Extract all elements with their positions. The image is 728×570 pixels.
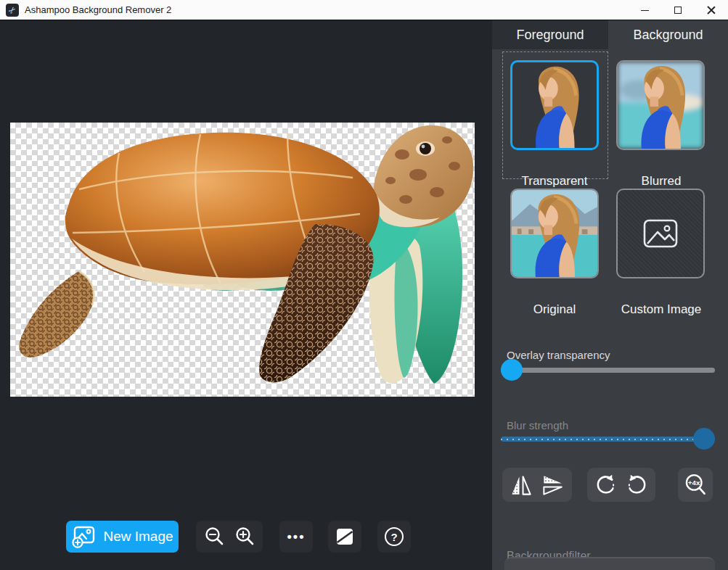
new-image-label: New Image bbox=[103, 529, 173, 545]
zoom-in-icon[interactable] bbox=[234, 526, 255, 547]
blurred-thumb-image bbox=[618, 62, 703, 149]
blur-slider-thumb[interactable] bbox=[693, 428, 715, 450]
new-image-button[interactable]: New Image bbox=[66, 521, 179, 553]
more-icon: ••• bbox=[287, 529, 306, 545]
maximize-icon bbox=[674, 7, 682, 14]
app-window: ✂ Ashampoo Background Remover 2 bbox=[0, 0, 728, 570]
image-canvas[interactable] bbox=[10, 123, 475, 397]
maximize-button[interactable] bbox=[661, 0, 695, 20]
overlay-slider-track[interactable] bbox=[501, 368, 715, 373]
canvas-area: New Image ••• ? bbox=[0, 20, 492, 570]
rotate-button-group bbox=[587, 468, 655, 502]
sidebar: Foreground Background Transparent bbox=[492, 20, 728, 570]
option-original-label: Original bbox=[502, 302, 608, 317]
more-options-button[interactable]: ••• bbox=[279, 521, 313, 553]
minimize-icon bbox=[641, 10, 649, 11]
option-blurred[interactable] bbox=[616, 60, 705, 150]
new-image-icon bbox=[71, 525, 96, 548]
minimize-button[interactable] bbox=[628, 0, 661, 20]
tabbar: Foreground Background bbox=[492, 20, 728, 49]
window-title: Ashampoo Background Remover 2 bbox=[25, 4, 171, 15]
blur-slider-track[interactable] bbox=[501, 437, 715, 442]
flip-vertical-icon[interactable] bbox=[541, 473, 565, 497]
compare-icon bbox=[335, 526, 355, 547]
scissors-icon: ✂ bbox=[6, 4, 19, 17]
image-placeholder-icon bbox=[643, 219, 678, 248]
tab-background[interactable]: Background bbox=[608, 20, 728, 49]
option-blurred-label: Blurred bbox=[608, 173, 714, 189]
option-custom-image[interactable] bbox=[616, 189, 705, 278]
blur-strength-slider[interactable] bbox=[501, 428, 715, 450]
option-custom-label: Custom Image bbox=[608, 302, 714, 317]
close-icon bbox=[707, 6, 716, 15]
flip-button-group bbox=[502, 468, 572, 502]
zoom-button-group bbox=[196, 521, 263, 553]
backgroundfilter-dropdown[interactable] bbox=[504, 557, 715, 570]
turtle-image bbox=[10, 123, 475, 397]
flip-horizontal-icon[interactable] bbox=[510, 473, 533, 497]
compare-button[interactable] bbox=[328, 521, 361, 553]
help-icon: ? bbox=[385, 527, 404, 546]
rotate-right-icon[interactable] bbox=[626, 473, 649, 497]
option-transparent[interactable] bbox=[510, 60, 599, 150]
option-transparent-label: Transparent bbox=[502, 173, 608, 189]
original-thumb-image bbox=[512, 190, 597, 277]
help-button[interactable]: ? bbox=[377, 521, 411, 553]
rotate-left-icon[interactable] bbox=[594, 473, 617, 497]
zoom-4x-label: +4x bbox=[688, 479, 700, 487]
overlay-slider-thumb[interactable] bbox=[501, 359, 523, 381]
transparent-thumb-image bbox=[512, 62, 597, 148]
zoom-4x-button[interactable]: +4x bbox=[678, 468, 713, 502]
option-original[interactable] bbox=[510, 189, 599, 278]
overlay-transparency-slider[interactable] bbox=[501, 359, 715, 381]
titlebar: ✂ Ashampoo Background Remover 2 bbox=[0, 0, 728, 20]
zoom-out-icon[interactable] bbox=[204, 526, 224, 547]
close-button[interactable] bbox=[695, 0, 728, 20]
zoom-4x-icon: +4x bbox=[683, 472, 708, 498]
tab-foreground[interactable]: Foreground bbox=[492, 20, 608, 49]
